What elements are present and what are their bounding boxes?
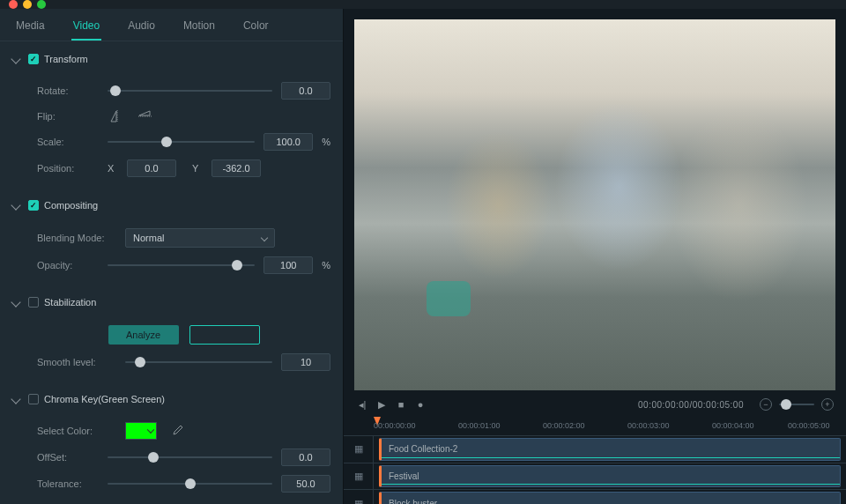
stabilization-header[interactable]: Stabilization <box>12 292 330 313</box>
transform-title: Transform <box>44 54 88 64</box>
color-picker[interactable] <box>125 422 157 440</box>
position-label: Position: <box>37 163 99 174</box>
position-x-label: X <box>108 163 118 174</box>
video-track-icon[interactable]: ▦ <box>344 463 374 490</box>
tolerance-input[interactable] <box>281 475 330 493</box>
chroma-title: Chroma Key(Green Screen) <box>44 394 165 404</box>
zoom-out-icon[interactable]: − <box>760 398 772 411</box>
tab-motion[interactable]: Motion <box>182 14 217 41</box>
select-color-label: Select Color: <box>37 426 116 436</box>
flip-vertical-icon[interactable] <box>136 108 155 124</box>
stabilization-title: Stabilization <box>44 297 96 308</box>
track-row: ▦ Block buster <box>344 490 846 504</box>
video-preview[interactable] <box>354 19 835 390</box>
scale-label: Scale: <box>37 137 99 147</box>
position-y-input[interactable] <box>212 159 261 177</box>
rotate-slider[interactable] <box>108 90 272 92</box>
offset-slider[interactable] <box>108 456 272 458</box>
properties-panel: Media Video Audio Motion Color Transform… <box>0 9 344 504</box>
clip[interactable]: Block buster <box>379 492 841 504</box>
blending-select[interactable]: Normal <box>125 228 275 248</box>
chroma-checkbox[interactable] <box>28 394 39 404</box>
ruler-tick: 00:00:01:00 <box>458 421 501 430</box>
tab-video[interactable]: Video <box>71 14 101 41</box>
transport-bar: ◂| ▶ ■ ● 00:00:00:00/00:00:05:00 − + <box>344 394 846 415</box>
smooth-input[interactable] <box>281 353 330 371</box>
minimize-window-icon[interactable] <box>23 0 32 9</box>
offset-label: OffSet: <box>37 452 99 463</box>
ruler-tick: 00:00:04:00 <box>712 421 754 430</box>
smooth-slider[interactable] <box>125 361 272 363</box>
position-x-input[interactable] <box>127 159 176 177</box>
rotate-label: Rotate: <box>37 85 99 96</box>
opacity-input[interactable] <box>263 256 313 274</box>
timeline-ruler[interactable]: 00:00:00:00 00:00:01:00 00:00:02:00 00:0… <box>344 415 846 436</box>
tab-media[interactable]: Media <box>14 14 47 41</box>
section-stabilization: Stabilization Analyze Smooth level: <box>12 292 330 383</box>
zoom-in-icon[interactable]: + <box>821 398 834 411</box>
video-track-icon[interactable]: ▦ <box>344 436 374 463</box>
opacity-label: Opacity: <box>37 260 99 271</box>
tab-color[interactable]: Color <box>241 14 271 41</box>
maximize-window-icon[interactable] <box>37 0 46 9</box>
tab-audio[interactable]: Audio <box>126 14 157 41</box>
ruler-tick: 00:00:03:00 <box>627 421 670 430</box>
rotate-input[interactable] <box>281 82 330 100</box>
smooth-label: Smooth level: <box>37 357 116 367</box>
chroma-header[interactable]: Chroma Key(Green Screen) <box>12 389 330 410</box>
ruler-tick: 00:00:05:00 <box>788 421 830 430</box>
chevron-down-icon <box>11 297 20 307</box>
play-icon[interactable]: ▶ <box>375 398 388 411</box>
clip[interactable]: Festival <box>379 465 841 488</box>
analyze-button[interactable]: Analyze <box>108 325 179 345</box>
scale-input[interactable] <box>263 133 313 151</box>
prev-frame-icon[interactable]: ◂| <box>356 398 368 411</box>
chevron-down-icon <box>11 394 20 404</box>
offset-input[interactable] <box>281 448 330 466</box>
opacity-slider[interactable] <box>108 264 255 266</box>
track-row: ▦ Food Collection-2 <box>344 436 846 463</box>
flip-label: Flip: <box>37 111 99 122</box>
transform-checkbox[interactable] <box>28 54 39 64</box>
section-chroma-key: Chroma Key(Green Screen) Select Color: O… <box>12 389 330 504</box>
compositing-checkbox[interactable] <box>28 200 39 211</box>
blending-label: Blending Mode: <box>37 233 116 243</box>
preview-panel: ◂| ▶ ■ ● 00:00:00:00/00:00:05:00 − + 00:… <box>344 9 846 504</box>
stabilization-checkbox[interactable] <box>28 297 39 308</box>
stop-icon[interactable]: ■ <box>395 398 407 411</box>
transform-header[interactable]: Transform <box>12 48 330 70</box>
section-compositing: Compositing Blending Mode: Normal Opacit… <box>12 195 330 286</box>
section-transform: Transform Rotate: Flip: <box>12 48 330 189</box>
record-icon[interactable]: ● <box>414 398 427 411</box>
track-row: ▦ Festival <box>344 463 846 491</box>
clip[interactable]: Food Collection-2 <box>379 438 841 461</box>
close-window-icon[interactable] <box>9 0 18 9</box>
flip-horizontal-icon[interactable] <box>108 108 127 124</box>
ruler-tick: 00:00:00:00 <box>374 421 416 430</box>
compositing-header[interactable]: Compositing <box>12 195 330 216</box>
video-track-icon[interactable]: ▦ <box>344 490 374 504</box>
tolerance-slider[interactable] <box>108 483 272 485</box>
opacity-unit: % <box>322 260 330 271</box>
property-tabs: Media Video Audio Motion Color <box>0 9 343 41</box>
scale-unit: % <box>322 137 330 147</box>
position-y-label: Y <box>192 163 203 174</box>
zoom-slider[interactable] <box>779 404 814 405</box>
ruler-tick: 00:00:02:00 <box>543 421 585 430</box>
timecode-display: 00:00:00:00/00:00:05:00 <box>638 400 744 410</box>
compositing-title: Compositing <box>44 200 98 211</box>
tolerance-label: Tolerance: <box>37 478 99 489</box>
chevron-down-icon <box>11 200 20 210</box>
titlebar <box>0 0 846 9</box>
timeline: 00:00:00:00 00:00:01:00 00:00:02:00 00:0… <box>344 415 846 504</box>
chevron-down-icon <box>11 54 20 63</box>
stabilization-secondary-button[interactable] <box>189 325 260 345</box>
scale-slider[interactable] <box>108 141 255 143</box>
chevron-down-icon <box>261 234 268 241</box>
eyedropper-icon[interactable] <box>171 425 183 437</box>
